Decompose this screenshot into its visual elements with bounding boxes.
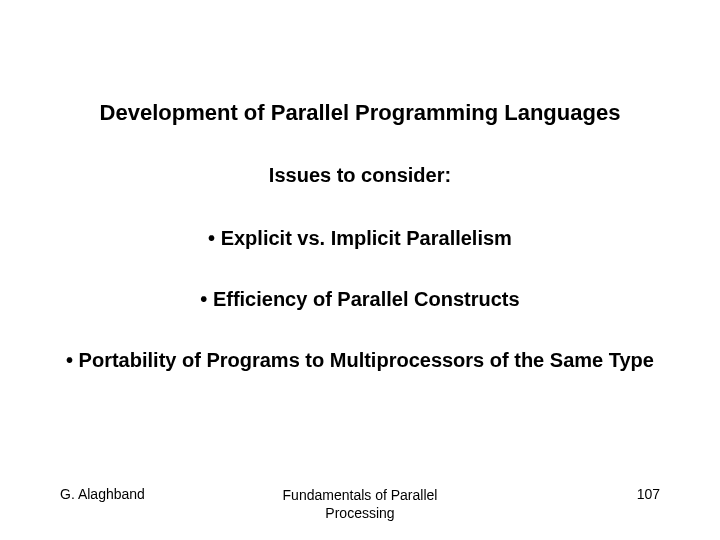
footer-author: G. Alaghband xyxy=(60,486,180,502)
footer-title: Fundamentals of Parallel Processing xyxy=(283,486,438,522)
slide: Development of Parallel Programming Lang… xyxy=(0,0,720,540)
slide-title: Development of Parallel Programming Lang… xyxy=(60,100,660,126)
footer-title-line2: Processing xyxy=(325,505,394,521)
bullet-item: • Efficiency of Parallel Constructs xyxy=(60,286,660,313)
slide-subtitle: Issues to consider: xyxy=(60,164,660,187)
bullet-item: • Portability of Programs to Multiproces… xyxy=(60,347,660,374)
footer-title-line1: Fundamentals of Parallel xyxy=(283,487,438,503)
slide-footer: G. Alaghband Fundamentals of Parallel Pr… xyxy=(0,486,720,522)
bullet-item: • Explicit vs. Implicit Parallelism xyxy=(60,225,660,252)
footer-page-number: 107 xyxy=(540,486,660,502)
